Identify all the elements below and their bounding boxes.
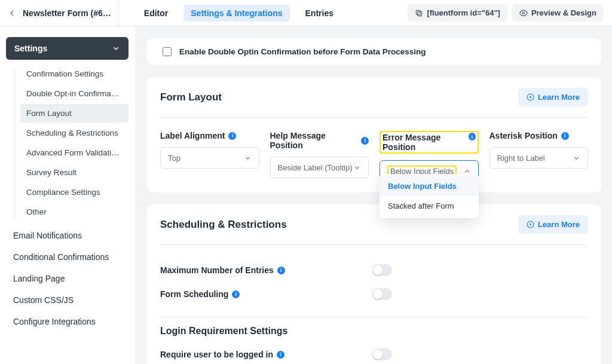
sidebar: Settings Confirmation Settings Double Op…: [0, 26, 135, 364]
row-max-entries: Maximum Number of Entries i: [160, 258, 588, 282]
play-circle-icon: [527, 93, 534, 101]
asterisk-select[interactable]: Right to Label: [489, 147, 589, 169]
field-error-position: Error Message Position i Below Input Fie…: [380, 131, 479, 182]
learn-more-label: Learn More: [538, 220, 580, 229]
sidebar-links: Email Notifications Conditional Confirma…: [6, 225, 128, 332]
double-optin-label: Enable Double Optin Confirmation before …: [179, 47, 426, 56]
sidebar-header-label: Settings: [14, 44, 47, 53]
sidebar-item-compliance[interactable]: Compliance Settings: [20, 183, 128, 201]
top-bar: Newsletter Form (#6… Editor Settings & I…: [0, 0, 612, 26]
max-entries-label: Maximum Number of Entries: [160, 265, 274, 275]
require-login-toggle[interactable]: [372, 348, 392, 360]
scheduling-title: Scheduling & Restrictions: [160, 219, 287, 231]
shortcode-text: [fluentform id="64"]: [427, 8, 500, 17]
sidebar-item-scheduling[interactable]: Scheduling & Restrictions: [20, 124, 128, 142]
back-zone: Newsletter Form (#6…: [0, 0, 119, 26]
sidebar-link-custom-css-js[interactable]: Custom CSS/JS: [6, 289, 128, 311]
sidebar-link-landing-page[interactable]: Landing Page: [6, 268, 128, 289]
error-position-label: Error Message Position: [382, 133, 466, 152]
sidebar-link-email-notifications[interactable]: Email Notifications: [6, 225, 128, 246]
play-circle-icon: [527, 221, 534, 228]
label-alignment-select[interactable]: Top: [160, 147, 259, 169]
sidebar-item-confirmation[interactable]: Confirmation Settings: [20, 65, 128, 83]
chevron-down-icon: [353, 164, 361, 172]
tab-editor[interactable]: Editor: [137, 5, 175, 22]
help-position-value: Beside Label (Tooltip): [278, 163, 353, 172]
info-icon[interactable]: i: [561, 132, 569, 140]
learn-more-label: Learn More: [538, 93, 580, 102]
label-alignment-value: Top: [168, 154, 180, 163]
info-icon[interactable]: i: [361, 137, 369, 145]
chevron-down-icon: [244, 154, 252, 162]
sidebar-item-form-layout[interactable]: Form Layout: [20, 104, 128, 123]
scheduling-card: Scheduling & Restrictions Learn More Max…: [147, 204, 601, 364]
sidebar-link-configure-integrations[interactable]: Configure Integrations: [6, 311, 128, 332]
field-asterisk-position: Asterisk Position i Right to Label: [489, 131, 589, 182]
field-help-position: Help Message Position i Beside Label (To…: [270, 131, 369, 182]
form-scheduling-toggle[interactable]: [372, 288, 392, 300]
back-icon[interactable]: [7, 8, 17, 18]
main-nav-tabs: Editor Settings & Integrations Entries: [124, 5, 341, 22]
asterisk-value: Right to Label: [497, 154, 545, 163]
row-require-login: Require user to be logged in i: [160, 342, 588, 364]
form-layout-card: Form Layout Learn More Label Alignment i…: [147, 77, 601, 192]
label-alignment-label: Label Alignment: [160, 131, 225, 140]
sidebar-link-conditional-confirmations[interactable]: Conditional Confirmations: [6, 246, 128, 268]
tab-entries[interactable]: Entries: [298, 5, 341, 22]
dropdown-item-below[interactable]: Below Input Fields: [380, 176, 479, 196]
login-req-title: Login Requirement Settings: [160, 317, 588, 337]
help-position-select[interactable]: Beside Label (Tooltip): [270, 157, 369, 178]
error-position-dropdown: Below Input Fields Stacked after Form: [380, 174, 479, 218]
svg-rect-0: [418, 11, 422, 16]
info-icon[interactable]: i: [277, 267, 285, 274]
svg-rect-1: [417, 10, 421, 14]
divider: [160, 244, 588, 245]
asterisk-label: Asterisk Position: [489, 131, 558, 140]
copy-icon: [415, 9, 423, 17]
form-title: Newsletter Form (#6…: [23, 8, 111, 18]
learn-more-form-layout[interactable]: Learn More: [518, 88, 588, 106]
preview-design-label: Preview & Design: [531, 8, 596, 17]
info-icon[interactable]: i: [228, 132, 236, 140]
sidebar-item-other[interactable]: Other: [20, 203, 128, 221]
svg-marker-6: [530, 223, 531, 225]
row-form-scheduling: Form Scheduling i: [160, 282, 588, 306]
info-icon[interactable]: i: [469, 133, 476, 140]
field-label-alignment: Label Alignment i Top: [160, 131, 259, 182]
sidebar-item-survey-result[interactable]: Survey Result: [20, 163, 128, 182]
shortcode-button[interactable]: [fluentform id="64"]: [408, 4, 507, 22]
form-layout-title: Form Layout: [160, 91, 222, 103]
chevron-down-icon: [573, 154, 580, 162]
sidebar-item-advanced-validation[interactable]: Advanced Form Validati…: [20, 143, 128, 162]
info-icon[interactable]: i: [232, 290, 240, 298]
form-scheduling-label: Form Scheduling: [160, 289, 228, 299]
sidebar-settings-header[interactable]: Settings: [6, 37, 128, 60]
double-optin-checkbox[interactable]: [163, 47, 172, 56]
sidebar-tree: Confirmation Settings Double Opt-in Conf…: [6, 65, 128, 221]
eye-icon: [519, 9, 528, 17]
double-optin-row[interactable]: Enable Double Optin Confirmation before …: [160, 45, 588, 58]
main-content: Enable Double Optin Confirmation before …: [135, 26, 612, 364]
double-optin-card: Enable Double Optin Confirmation before …: [147, 38, 601, 65]
divider: [160, 117, 588, 118]
svg-point-2: [522, 12, 525, 14]
learn-more-scheduling[interactable]: Learn More: [518, 215, 588, 234]
info-icon[interactable]: i: [277, 351, 284, 359]
require-login-label: Require user to be logged in: [160, 350, 273, 359]
chevron-down-icon: [112, 44, 120, 53]
dropdown-item-stacked[interactable]: Stacked after Form: [380, 196, 479, 216]
preview-design-button[interactable]: Preview & Design: [512, 4, 604, 22]
max-entries-toggle[interactable]: [372, 264, 392, 276]
svg-marker-4: [530, 96, 531, 98]
sidebar-item-double-optin[interactable]: Double Opt-in Confirma…: [20, 84, 128, 103]
help-position-label: Help Message Position: [270, 131, 358, 150]
tab-settings[interactable]: Settings & Integrations: [183, 5, 289, 22]
